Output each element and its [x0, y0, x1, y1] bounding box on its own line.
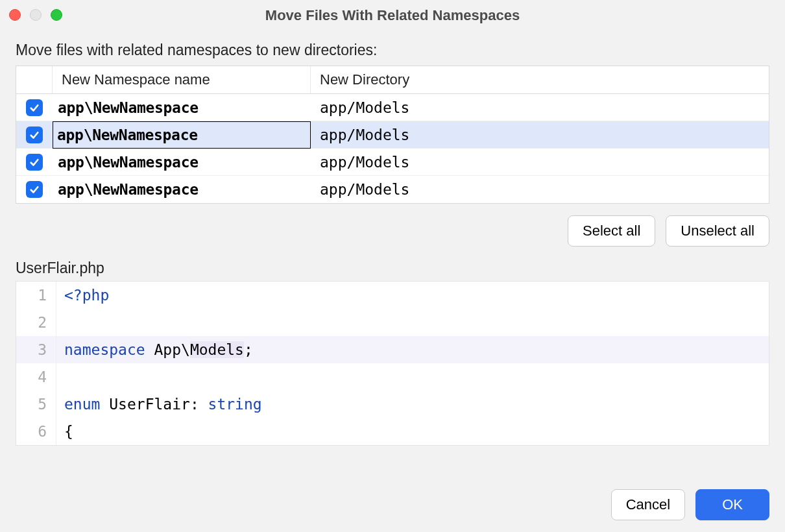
- preview-filename: UserFlair.php: [16, 260, 769, 277]
- row-checkbox-cell: [16, 154, 53, 171]
- code-line: 1<?php: [16, 282, 769, 309]
- code-line: 5enum UserFlair: string: [16, 391, 769, 418]
- gutter-number: 4: [16, 363, 56, 391]
- table-row[interactable]: app\NewNamespaceapp/Models: [16, 149, 769, 176]
- gutter-number: 1: [16, 282, 56, 309]
- namespace-cell[interactable]: app\NewNamespace: [53, 121, 311, 149]
- code-line: 3namespace App\Models;: [16, 336, 769, 363]
- col-checkbox: [16, 66, 53, 93]
- gutter-number: 5: [16, 391, 56, 418]
- dialog-footer: Cancel OK: [0, 479, 785, 532]
- namespace-cell[interactable]: app\NewNamespace: [53, 99, 311, 116]
- window-controls: [9, 9, 62, 21]
- table-body: app\NewNamespaceapp/Modelsapp\NewNamespa…: [16, 94, 769, 203]
- gutter-number: 3: [16, 336, 56, 363]
- row-checkbox[interactable]: [26, 154, 43, 171]
- code-line: 6{: [16, 418, 769, 445]
- select-all-button[interactable]: Select all: [568, 215, 655, 247]
- row-checkbox-cell: [16, 99, 53, 116]
- directory-cell[interactable]: app/Models: [311, 127, 769, 143]
- code-content: [56, 309, 73, 336]
- window-title: Move Files With Related Namespaces: [0, 1, 785, 24]
- code-content: {: [56, 418, 73, 445]
- table-row[interactable]: app\NewNamespaceapp/Models: [16, 176, 769, 203]
- instruction-label: Move files with related namespaces to ne…: [16, 42, 769, 59]
- move-files-dialog: Move Files With Related Namespaces Move …: [0, 0, 785, 532]
- row-checkbox[interactable]: [26, 99, 43, 116]
- code-content: <?php: [56, 282, 109, 309]
- col-namespace[interactable]: New Namespace name: [53, 66, 311, 93]
- gutter-number: 2: [16, 309, 56, 336]
- row-checkbox[interactable]: [26, 127, 43, 143]
- namespace-table: New Namespace name New Directory app\New…: [16, 66, 769, 204]
- code-content: enum UserFlair: string: [56, 391, 262, 418]
- row-checkbox-cell: [16, 127, 53, 143]
- zoom-icon[interactable]: [51, 9, 62, 21]
- code-preview[interactable]: 1<?php2 3namespace App\Models;4 5enum Us…: [16, 281, 769, 446]
- unselect-all-button[interactable]: Unselect all: [666, 215, 769, 247]
- close-icon[interactable]: [9, 9, 21, 21]
- code-line: 4: [16, 363, 769, 391]
- row-checkbox[interactable]: [26, 181, 43, 198]
- gutter-number: 6: [16, 418, 56, 445]
- directory-cell[interactable]: app/Models: [311, 154, 769, 171]
- directory-cell[interactable]: app/Models: [311, 99, 769, 116]
- selection-button-row: Select all Unselect all: [16, 215, 769, 247]
- titlebar: Move Files With Related Namespaces: [0, 0, 785, 25]
- code-content: namespace App\Models;: [56, 336, 253, 363]
- ok-button[interactable]: OK: [695, 489, 769, 520]
- code-content: [56, 363, 73, 391]
- table-row[interactable]: app\NewNamespaceapp/Models: [16, 94, 769, 121]
- table-header: New Namespace name New Directory: [16, 66, 769, 94]
- directory-cell[interactable]: app/Models: [311, 181, 769, 198]
- namespace-cell[interactable]: app\NewNamespace: [53, 154, 311, 171]
- minimize-icon[interactable]: [30, 9, 42, 21]
- cancel-button[interactable]: Cancel: [611, 489, 685, 520]
- code-line: 2: [16, 309, 769, 336]
- table-row[interactable]: app\NewNamespaceapp/Models: [16, 121, 769, 149]
- namespace-cell[interactable]: app\NewNamespace: [53, 181, 311, 198]
- row-checkbox-cell: [16, 181, 53, 198]
- col-directory[interactable]: New Directory: [311, 66, 769, 93]
